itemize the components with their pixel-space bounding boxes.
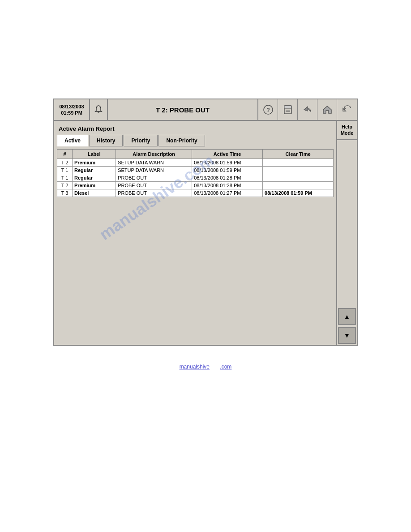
home-icon-btn[interactable] [317, 99, 337, 120]
cell-label: Regular [73, 167, 116, 174]
cell-clear-time: 08/13/2008 01:59 PM [263, 189, 334, 197]
table-row: T 2PremiumSETUP DATA WARN08/13/2008 01:5… [57, 159, 334, 167]
col-header-active: Active Time [192, 150, 263, 159]
return-icon-btn[interactable] [298, 99, 317, 120]
cell-num: T 2 [57, 159, 73, 167]
cell-num: T 2 [57, 182, 73, 189]
col-header-desc: Alarm Description [116, 150, 192, 159]
svg-text:?: ? [266, 107, 270, 113]
cell-active-time: 08/13/2008 01:59 PM [192, 159, 263, 167]
tab-active[interactable]: Active [57, 135, 88, 146]
cell-desc: PROBE OUT [116, 174, 192, 182]
header-title: T 2: PROBE OUT [108, 99, 257, 120]
cell-active-time: 08/13/2008 01:28 PM [192, 182, 263, 189]
cell-num: T 1 [57, 174, 73, 182]
bottom-link-2[interactable]: .com [220, 364, 231, 370]
cell-num: T 1 [57, 167, 73, 174]
cell-active-time: 08/13/2008 01:27 PM [192, 189, 263, 197]
cell-desc: SETUP DATA WARN [116, 167, 192, 174]
main-panel: Active Alarm Report Active History Prior… [54, 121, 336, 345]
scroll-up-icon: ▲ [344, 313, 350, 320]
cell-label: Premium [73, 159, 116, 167]
col-header-num: # [57, 150, 73, 159]
cell-clear-time [263, 159, 334, 167]
bottom-links: manualshive .com [175, 364, 236, 370]
cell-desc: PROBE OUT [116, 182, 192, 189]
tabs-bar: Active History Priority Non-Priority [57, 135, 334, 146]
book-icon-btn[interactable] [278, 99, 298, 120]
right-panel: Help Mode ▲ ▼ [336, 121, 357, 345]
cell-label: Regular [73, 174, 116, 182]
table-row: T 3DieselPROBE OUT08/13/2008 01:27 PM08/… [57, 189, 334, 197]
table-row: T 2PremiumPROBE OUT08/13/2008 01:28 PM [57, 182, 334, 189]
cell-label: Premium [73, 182, 116, 189]
bell-icon [90, 99, 108, 120]
cell-desc: PROBE OUT [116, 189, 192, 197]
content-area: Active Alarm Report Active History Prior… [54, 121, 357, 345]
scroll-down-button[interactable]: ▼ [338, 327, 356, 344]
cell-active-time: 08/13/2008 01:28 PM [192, 174, 263, 182]
header-bar: 08/13/2008 01:59 PM T 2: PROBE OUT [54, 99, 357, 121]
cell-clear-time [263, 167, 334, 174]
back-icon-btn[interactable] [337, 99, 357, 120]
svg-rect-0 [98, 112, 99, 113]
header-datetime: 08/13/2008 01:59 PM [54, 99, 90, 120]
cell-active-time: 08/13/2008 01:59 PM [192, 167, 263, 174]
scroll-up-button[interactable]: ▲ [338, 308, 356, 325]
tab-history[interactable]: History [89, 135, 123, 146]
alarm-table: # Label Alarm Description Active Time Cl… [57, 149, 334, 197]
table-row: T 1RegularPROBE OUT08/13/2008 01:28 PM [57, 174, 334, 182]
help-icon-btn[interactable]: ? [258, 99, 278, 120]
header-icons: ? [257, 99, 357, 120]
help-mode-button[interactable]: Help Mode [337, 121, 357, 140]
bottom-divider [53, 388, 358, 388]
cell-desc: SETUP DATA WARN [116, 159, 192, 167]
header-date: 08/13/2008 [59, 103, 84, 110]
svg-rect-4 [284, 106, 291, 108]
tab-priority[interactable]: Priority [124, 135, 158, 146]
tab-non-priority[interactable]: Non-Priority [158, 135, 205, 146]
col-header-clear: Clear Time [263, 150, 334, 159]
cell-clear-time [263, 174, 334, 182]
bottom-link-1[interactable]: manualshive [180, 364, 210, 370]
scroll-down-icon: ▼ [344, 332, 350, 339]
table-row: T 1RegularSETUP DATA WARN08/13/2008 01:5… [57, 167, 334, 174]
screen-container: 08/13/2008 01:59 PM T 2: PROBE OUT [53, 99, 358, 346]
cell-label: Diesel [73, 189, 116, 197]
col-header-label: Label [73, 150, 116, 159]
cell-num: T 3 [57, 189, 73, 197]
alarm-report-label: Active Alarm Report [57, 124, 334, 135]
cell-clear-time [263, 182, 334, 189]
header-time: 01:59 PM [61, 110, 82, 116]
